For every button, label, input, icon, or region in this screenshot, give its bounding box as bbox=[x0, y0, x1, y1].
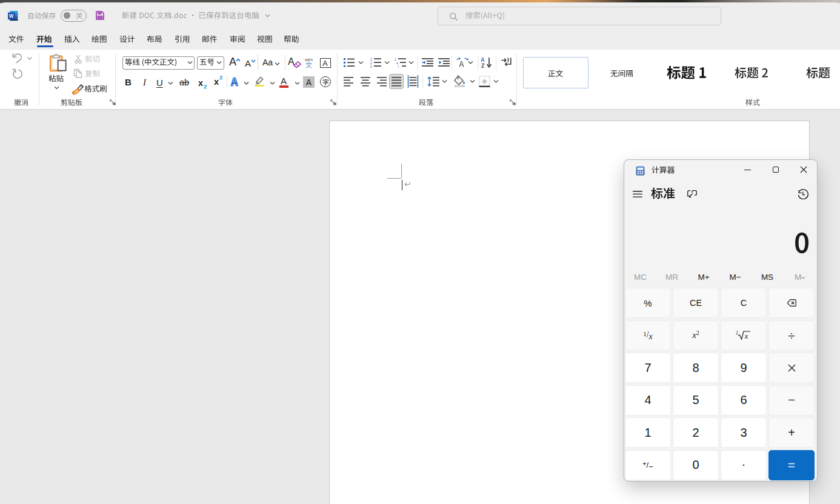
svg-text:x: x bbox=[744, 331, 748, 340]
svg-text:2: 2 bbox=[736, 330, 738, 336]
